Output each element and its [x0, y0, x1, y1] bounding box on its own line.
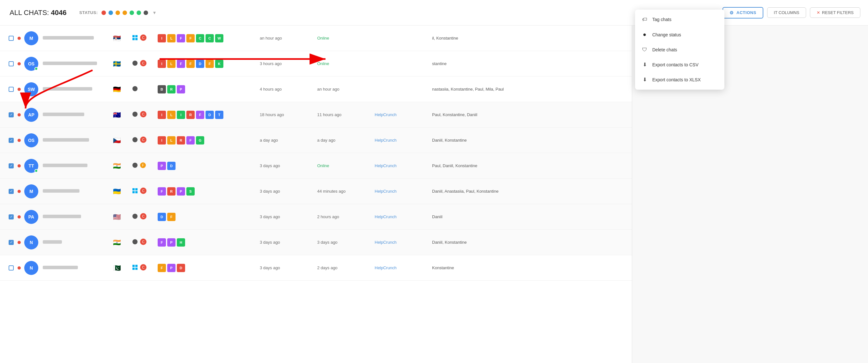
columns-button[interactable]: IT COLUMNS: [767, 7, 806, 18]
col-unread: [16, 190, 22, 193]
actions-button[interactable]: ⚙ ACTIONS: [722, 7, 763, 19]
tag-badge[interactable]: F: [186, 136, 195, 144]
tag-badge[interactable]: R: [167, 187, 176, 196]
row-checkbox[interactable]: ✓: [9, 240, 14, 245]
row-checkbox[interactable]: ✓: [9, 214, 14, 220]
tag-badge[interactable]: H: [177, 238, 185, 246]
tag-badge[interactable]: F: [186, 60, 195, 68]
tag-badge[interactable]: L: [167, 60, 176, 68]
tag-badge[interactable]: F: [196, 111, 204, 119]
tag-badge[interactable]: P: [158, 162, 166, 170]
chevron-down-icon[interactable]: ▾: [153, 9, 156, 15]
col-tags: FRPS: [158, 187, 260, 196]
tag-badge[interactable]: F: [206, 60, 214, 68]
col-unread: [16, 62, 22, 65]
col-avatar: SW: [22, 82, 40, 96]
tag-badge[interactable]: L: [167, 136, 176, 144]
platform-icon: C: [140, 60, 147, 68]
tag-badge[interactable]: F: [158, 238, 166, 246]
tag-badge[interactable]: F: [158, 187, 166, 196]
col-platform: C: [132, 60, 158, 68]
row-checkbox[interactable]: ✓: [9, 112, 14, 118]
status-dot-4[interactable]: [130, 10, 134, 15]
reset-filters-button[interactable]: ✕ RESET FILTERS: [810, 7, 860, 18]
tag-badge[interactable]: G: [196, 136, 204, 144]
tag-badge[interactable]: F: [186, 34, 195, 42]
row-checkbox[interactable]: [9, 265, 14, 270]
col-inbox: HelpCrunch: [375, 189, 432, 194]
row-checkbox[interactable]: [9, 87, 14, 92]
status-filter[interactable]: STATUS: ▾: [80, 9, 156, 15]
col-name: [43, 36, 113, 40]
unread-indicator: [18, 164, 21, 167]
menu-item-label: Tag chats: [652, 17, 672, 22]
tag-badge[interactable]: P: [167, 238, 176, 246]
tag-badge[interactable]: F: [177, 34, 185, 42]
contact-name: [43, 138, 89, 142]
contact-name: [43, 62, 97, 65]
tag-badge[interactable]: I: [177, 111, 185, 119]
menu-item-export-csv[interactable]: ⬇Export contacts to CSV: [635, 57, 724, 72]
tag-badge[interactable]: I: [158, 34, 166, 42]
svg-point-6: [132, 61, 137, 66]
tag-badge[interactable]: I: [158, 136, 166, 144]
tag-badge[interactable]: I: [158, 60, 166, 68]
menu-item-change-status[interactable]: ●Change status: [635, 27, 724, 42]
tag-badge[interactable]: C: [206, 34, 214, 42]
svg-rect-1: [135, 35, 137, 37]
flag-icon: 🇦🇺: [113, 111, 121, 119]
tag-badge[interactable]: I: [158, 111, 166, 119]
row-checkbox[interactable]: [9, 61, 14, 66]
online-status: Online: [317, 61, 329, 66]
tag-badge[interactable]: D: [177, 264, 185, 272]
tag-badge[interactable]: C: [196, 34, 204, 42]
col-unread: [16, 164, 22, 167]
tag-badge[interactable]: S: [186, 187, 195, 196]
tag-badge[interactable]: R: [177, 136, 185, 144]
menu-item-delete-chats[interactable]: 🛡Delete chats: [635, 42, 724, 57]
platform-icon: C: [140, 34, 147, 42]
tag-badge[interactable]: L: [167, 34, 176, 42]
tag-badge[interactable]: P: [177, 85, 185, 94]
flag-icon: 🇨🇿: [113, 136, 121, 144]
tag-badge[interactable]: B: [158, 85, 166, 94]
tag-badge[interactable]: F: [158, 264, 166, 272]
tag-badge[interactable]: D: [167, 162, 176, 170]
col-last-seen: 3 days ago: [317, 240, 375, 245]
platform-icon: F: [140, 162, 146, 169]
tag-badge[interactable]: R: [167, 85, 176, 94]
tag-badge[interactable]: F: [167, 213, 176, 221]
tag-badge[interactable]: D: [206, 111, 214, 119]
col-last-message: 3 hours ago: [260, 61, 317, 66]
avatar: OS: [24, 57, 38, 71]
status-dot-6[interactable]: [144, 10, 148, 15]
menu-item-tag-chats[interactable]: 🏷Tag chats: [635, 12, 724, 27]
tag-badge[interactable]: P: [167, 264, 176, 272]
col-last-message: 3 days ago: [260, 265, 317, 270]
unread-indicator: [18, 62, 21, 65]
menu-item-export-xlsx[interactable]: ⬇Export contacts to XLSX: [635, 72, 724, 87]
status-dot-1[interactable]: [108, 10, 113, 15]
tag-badge[interactable]: R: [186, 111, 195, 119]
status-dot-2[interactable]: [116, 10, 120, 15]
tag-badge[interactable]: D: [158, 213, 166, 221]
platform-icon: [132, 264, 138, 271]
tag-badge[interactable]: F: [177, 60, 185, 68]
row-checkbox[interactable]: ✓: [9, 163, 14, 168]
tag-badge[interactable]: L: [167, 111, 176, 119]
tag-badge[interactable]: W: [215, 34, 223, 42]
row-checkbox[interactable]: [9, 36, 14, 41]
status-dot-0[interactable]: [101, 10, 106, 15]
svg-text:C: C: [142, 265, 145, 269]
tag-badge[interactable]: T: [215, 111, 223, 119]
tag-badge[interactable]: D: [196, 60, 204, 68]
row-checkbox[interactable]: ✓: [9, 138, 14, 143]
avatar: N: [24, 235, 38, 250]
col-inbox: HelpCrunch: [375, 163, 432, 168]
svg-rect-0: [132, 35, 135, 37]
status-dot-5[interactable]: [136, 10, 141, 15]
tag-badge[interactable]: K: [215, 60, 223, 68]
status-dot-3[interactable]: [123, 10, 127, 15]
row-checkbox[interactable]: ✓: [9, 189, 14, 194]
tag-badge[interactable]: P: [177, 187, 185, 196]
